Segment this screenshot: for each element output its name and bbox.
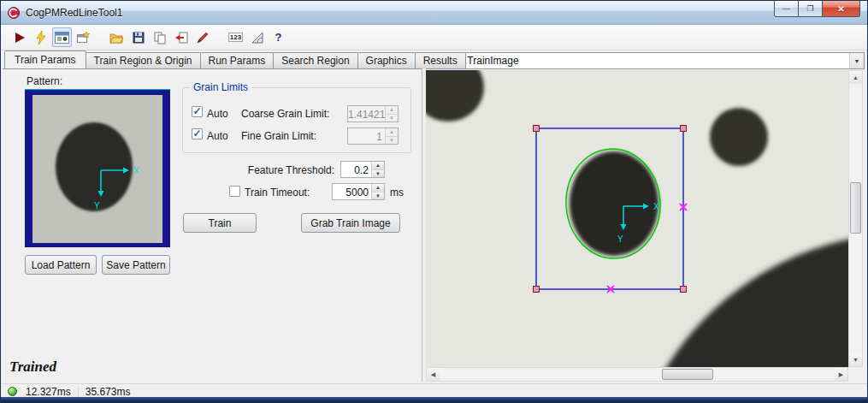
chevron-down-icon[interactable]: ▼	[849, 53, 864, 68]
image-selector-combo[interactable]: Current.TrainImage ▼	[426, 52, 865, 69]
scroll-left-icon[interactable]: ◀	[427, 368, 440, 381]
vertical-scrollbar[interactable]: ▲ ▼	[848, 70, 863, 367]
maximize-button[interactable]: ❐	[798, 1, 823, 17]
scroll-right-icon[interactable]: ▶	[835, 368, 847, 381]
train-timeout-spinner[interactable]: 5000 ▲▼	[332, 183, 385, 200]
window-border	[1, 397, 867, 402]
coarse-auto-checkbox[interactable]	[192, 106, 203, 117]
protractor-button[interactable]	[247, 27, 267, 47]
tab-label: Train Params	[15, 54, 76, 66]
tab-run-params[interactable]: Run Params	[200, 52, 275, 68]
pattern-axis-x-label: X	[133, 166, 139, 175]
train-params-page: Pattern: X Y Load Pattern Save Pattern G…	[3, 68, 422, 382]
pattern-image: X Y	[32, 95, 162, 243]
copy-icon	[153, 31, 167, 44]
tab-search-region[interactable]: Search Region	[273, 52, 357, 68]
spin-up-icon[interactable]: ▲	[372, 162, 384, 170]
spin-down-icon[interactable]: ▼	[372, 170, 384, 178]
app-window: CogPMRedLineTool1 — ❐ ✕	[0, 0, 868, 403]
fine-grain-value: 1	[348, 128, 385, 144]
coarse-grain-value: 1.41421	[348, 106, 385, 121]
protractor-icon	[251, 31, 264, 44]
pattern-preview[interactable]: X Y	[25, 89, 170, 247]
tab-label: Train Region & Origin	[94, 55, 192, 67]
fine-auto-label: Auto	[207, 130, 228, 142]
divider	[78, 386, 79, 398]
import-button[interactable]	[171, 27, 191, 47]
total-time: 35.673ms	[86, 386, 131, 398]
minimize-button[interactable]: —	[774, 1, 799, 17]
save-icon	[132, 31, 145, 44]
tab-train-params[interactable]: Train Params	[4, 50, 86, 68]
image-axis-x-label: X	[653, 202, 659, 211]
grab-train-image-button[interactable]: Grab Train Image	[301, 213, 400, 233]
coarse-grain-spinner[interactable]: 1.41421 ▲▼	[347, 105, 399, 122]
help-button[interactable]: ?	[269, 27, 288, 47]
save-pattern-button[interactable]: Save Pattern	[102, 255, 170, 275]
float-tool-icon	[76, 31, 91, 44]
image-panel: Current.TrainImage ▼	[423, 50, 867, 383]
run-button[interactable]	[9, 27, 29, 47]
run-once-button[interactable]	[31, 27, 50, 47]
app-icon	[7, 6, 21, 20]
fine-grain-label: Fine Grain Limit:	[241, 130, 316, 142]
coarse-auto-label: Auto	[207, 108, 228, 120]
toolbar: 123 ?	[1, 25, 867, 50]
open-folder-icon	[109, 31, 124, 44]
image-tool-button[interactable]	[52, 27, 72, 47]
train-image: X Y	[426, 70, 848, 367]
float-tool-button[interactable]	[74, 27, 93, 47]
lightning-icon	[34, 31, 48, 44]
image-tool-icon	[55, 31, 69, 44]
vertical-scroll-thumb[interactable]	[850, 182, 861, 234]
pattern-label: Pattern:	[27, 75, 62, 87]
feature-threshold-spinner[interactable]: 0.2 ▲▼	[340, 161, 385, 178]
title-bar[interactable]: CogPMRedLineTool1 — ❐ ✕	[1, 1, 867, 25]
spin-up-icon[interactable]: ▲	[386, 106, 398, 115]
spin-up-icon[interactable]: ▲	[386, 128, 398, 137]
copy-button[interactable]	[150, 27, 169, 47]
load-pattern-button[interactable]: Load Pattern	[25, 255, 97, 275]
close-icon: ✕	[837, 4, 844, 14]
open-button[interactable]	[107, 27, 127, 47]
tab-label: Graphics	[366, 55, 407, 67]
tab-label: Run Params	[209, 55, 266, 67]
tab-train-region-origin[interactable]: Train Region & Origin	[86, 52, 201, 68]
run-time: 12.327ms	[26, 386, 71, 398]
window-title: CogPMRedLineTool1	[26, 7, 122, 19]
train-image-viewport[interactable]: X Y	[426, 70, 848, 367]
numbers-icon: 123	[228, 33, 243, 42]
train-timeout-checkbox[interactable]	[229, 186, 240, 197]
grain-limits-group: Grain Limits Auto Coarse Grain Limit: 1.…	[182, 87, 411, 153]
maximize-icon: ❐	[806, 4, 813, 13]
spin-down-icon[interactable]: ▼	[386, 115, 398, 122]
scrollbar-corner	[848, 367, 863, 382]
close-button[interactable]: ✕	[822, 1, 860, 17]
import-image-icon	[174, 31, 188, 44]
coarse-grain-label: Coarse Grain Limit:	[241, 108, 329, 120]
spin-down-icon[interactable]: ▼	[372, 193, 384, 200]
horizontal-scroll-thumb[interactable]	[662, 369, 713, 380]
spin-up-icon[interactable]: ▲	[372, 184, 384, 193]
tab-graphics[interactable]: Graphics	[357, 52, 416, 68]
fine-auto-checkbox[interactable]	[192, 128, 203, 139]
tab-label: Search Region	[281, 55, 349, 67]
image-selector-value: Current.TrainImage	[427, 55, 849, 67]
numbers-button[interactable]: 123	[226, 27, 245, 47]
tab-results[interactable]: Results	[415, 52, 466, 68]
feature-threshold-value: 0.2	[341, 162, 371, 177]
train-button[interactable]: Train	[183, 213, 257, 233]
pen-button[interactable]	[192, 27, 212, 47]
tab-label: Results	[423, 55, 458, 67]
spin-down-icon[interactable]: ▼	[386, 137, 398, 145]
help-icon: ?	[275, 31, 282, 44]
feature-threshold-label: Feature Threshold:	[153, 164, 334, 176]
image-axis-y-label: Y	[617, 234, 623, 244]
scroll-up-icon[interactable]: ▲	[849, 71, 862, 84]
scroll-down-icon[interactable]: ▼	[849, 353, 862, 366]
train-timeout-value: 5000	[333, 184, 371, 199]
trained-status: Trained	[9, 359, 56, 376]
save-button[interactable]	[128, 27, 148, 47]
fine-grain-spinner[interactable]: 1 ▲▼	[347, 127, 399, 145]
horizontal-scrollbar[interactable]: ◀ ▶	[426, 367, 848, 382]
